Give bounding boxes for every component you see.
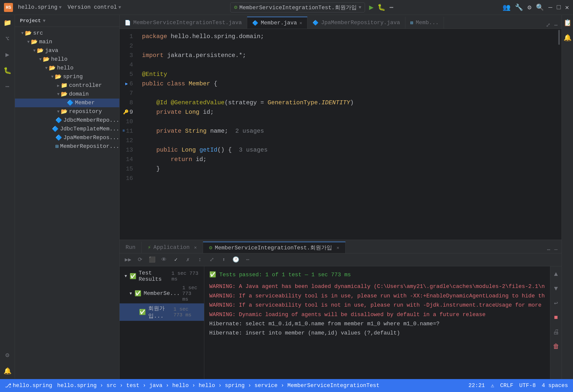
panel-tab-application[interactable]: ⚡ Application ✕ [142,242,203,253]
tree-main[interactable]: ▼ 📂 main [15,38,119,46]
test-memberse-group[interactable]: ▼ ✅ MemberSe... 1 sec 773 ms [120,284,204,303]
code-content[interactable]: package hello.hello.spring.domain; impor… [137,29,557,240]
tree-hello2[interactable]: ▼ 📂 hello [15,64,119,72]
sidebar-tree: ▼ 📂 src ▼ 📂 main ▼ 📂 java ▼ 📂 hello [15,27,119,379]
tab-member-service-test[interactable]: 📄 MemberServiceIntegrationTest.java [120,17,247,29]
panel-scroll-down[interactable]: ▼ [551,284,561,294]
tab-jpa-repository[interactable]: 🔷 JpaMemberRepository.java [307,17,405,29]
code-line-13: public Long getId() { 3 usages [142,145,552,155]
panel-tab-membertest[interactable]: ⚙ MemberServiceIntegrationTest.회원가입 ✕ [203,242,346,253]
panel-error-icon[interactable]: ■ [551,313,561,323]
editor-scrollbar[interactable]: ✓ [557,29,562,240]
panel-minimize-icon[interactable]: — [554,247,558,253]
users-icon[interactable]: 👥 [502,3,510,11]
tree-member-file[interactable]: 🔷 Member [15,99,119,107]
run-button[interactable]: ▶ [369,3,373,12]
tree-spring[interactable]: ▼ 📂 spring [15,72,119,81]
test-log: ✅ Tests passed: 1 of 1 test — 1 sec 773 … [204,266,550,379]
vcs-menu[interactable]: Version control ▼ [68,4,121,10]
tree-src[interactable]: ▼ 📂 src [15,29,119,38]
search-icon[interactable]: 🔍 [536,3,544,11]
panel-wrap-icon[interactable]: ↩ [551,298,561,308]
code-line-12 [142,136,552,145]
tree-jdbc-repo[interactable]: 🔷 JdbcMemberRepo... [15,116,119,125]
tool-history[interactable]: 🕐 [231,255,240,264]
status-crlf[interactable]: CRLF [500,382,513,389]
tab-icon-4: ⊞ [410,20,413,26]
tool-stop[interactable]: ⬛ [147,255,156,264]
close-icon[interactable]: ✕ [565,3,569,11]
code-line-8: @Id @GeneratedValue(strategy = Generatio… [142,98,552,108]
pass-checkmark: ✅ [209,272,216,278]
code-line-5: @Entity [142,70,552,79]
tool-more[interactable]: ⋯ [243,255,252,264]
test-hoiwonga-item[interactable]: ✅ 회원가입... 1 sec 773 ms [120,303,204,321]
more-run-options[interactable]: ⋯ [389,3,393,11]
maximize-icon[interactable]: □ [557,4,561,11]
log-warning-1: WARNING: A Java agent has been loaded dy… [209,282,545,291]
panel-tab-actions: ⋯ — [543,246,562,253]
panel-print-icon[interactable]: 🖨 [551,327,561,337]
tree-jpa-repo[interactable]: 🔷 JpaMemberRepos... [15,133,119,142]
tree-member-repository[interactable]: ⊞ MemberRepositor... [15,142,119,151]
panel-delete-icon[interactable]: 🗑 [551,341,561,351]
tool-show-failed[interactable]: ✗ [183,255,192,264]
expand-editor-icon[interactable]: ⤢ [546,22,550,29]
project-name[interactable]: hello.spring ▼ [18,4,62,10]
app-run-icon: ⚡ [148,244,151,251]
panel-scroll-up[interactable]: ▲ [551,269,561,279]
tree-controller[interactable]: ▶ 📁 controller [15,81,119,90]
activity-project-icon[interactable]: 📁 [2,18,12,28]
run-configuration[interactable]: ⚙ MemberServiceIntegrationTest.회원가입 ▼ [230,2,365,12]
activity-settings-icon[interactable]: ⚙ [2,350,12,360]
editor-area: 📄 MemberServiceIntegrationTest.java 🔷 Me… [120,15,562,379]
pass-icon-hoiwonga: ✅ [139,309,146,316]
tree-java[interactable]: ▼ 📂 java [15,46,119,55]
status-indent[interactable]: 4 spaces [542,382,568,389]
test-results-group[interactable]: ▼ ✅ Test Results 1 sec 773 ms [120,269,204,284]
tab-memb[interactable]: ⊞ Memb... [405,17,444,29]
tab-more-icon[interactable]: ⋯ [554,22,558,29]
code-line-16 [142,174,552,183]
code-line-7 [142,89,552,98]
status-right: 22:21 ⚠ CRLF UTF-8 4 spaces [468,382,568,389]
tree-jdbc-template[interactable]: 🔷 JdbcTemplateMem... [15,125,119,133]
activity-more-icon[interactable]: ⋯ [2,82,12,92]
panel-more-icon[interactable]: ⋯ [547,246,550,253]
top-bar: HS hello.spring ▼ Version control ▼ ⚙ Me… [0,0,573,15]
activity-debug-icon[interactable]: 🐛 [2,66,12,76]
settings-icon[interactable]: 🔧 [515,3,523,11]
tool-show-passed[interactable]: ✓ [171,255,180,264]
status-breadcrumb: hello.spring › src › test › java › hello… [57,383,379,389]
tool-import[interactable]: ⬆ [219,255,228,264]
tab-member-java[interactable]: 🔷 Member.java ✕ [247,17,307,29]
tool-expand[interactable]: ⤢ [207,255,216,264]
tree-repository[interactable]: ▼ 📂 repository [15,107,119,116]
minimize-icon[interactable]: — [548,4,552,11]
panel-tab-run[interactable]: Run [120,242,142,253]
status-git[interactable]: ⎇ hello.spring [5,382,52,389]
application-tab-close[interactable]: ✕ [194,245,197,250]
tab-icon-2: 🔷 [252,20,258,26]
status-problems[interactable]: ⚠ [491,382,494,389]
warning-icon: ⚠ [491,382,494,389]
tree-hello1[interactable]: ▼ 📂 hello [15,55,119,64]
run-config-icon: ⚙ [234,4,237,11]
tool-sort[interactable]: ↕ [195,255,204,264]
right-icon-2[interactable]: 🔔 [563,33,573,43]
tool-filter-show[interactable]: 👁 [159,255,168,264]
plugins-icon[interactable]: ⚙ [527,3,531,11]
tree-domain[interactable]: ▼ 📂 domain [15,90,119,99]
tool-rerun-failed[interactable]: ⟳ [136,255,144,264]
sidebar: Project ▼ ▼ 📂 src ▼ 📂 main ▼ 📂 java [15,15,120,379]
activity-commits-icon[interactable]: ⌥ [2,34,12,44]
status-encoding[interactable]: UTF-8 [519,382,536,389]
code-line-15: } [142,164,552,174]
tab-close-member[interactable]: ✕ [299,20,302,26]
membertest-tab-close[interactable]: ✕ [337,245,339,250]
activity-run-icon[interactable]: ▶ [2,50,12,60]
code-line-2 [142,41,552,51]
activity-notifications-icon[interactable]: 🔔 [2,366,12,376]
tool-run-again[interactable]: ▶▶ [124,255,133,264]
debug-button[interactable]: 🐛 [377,3,385,11]
